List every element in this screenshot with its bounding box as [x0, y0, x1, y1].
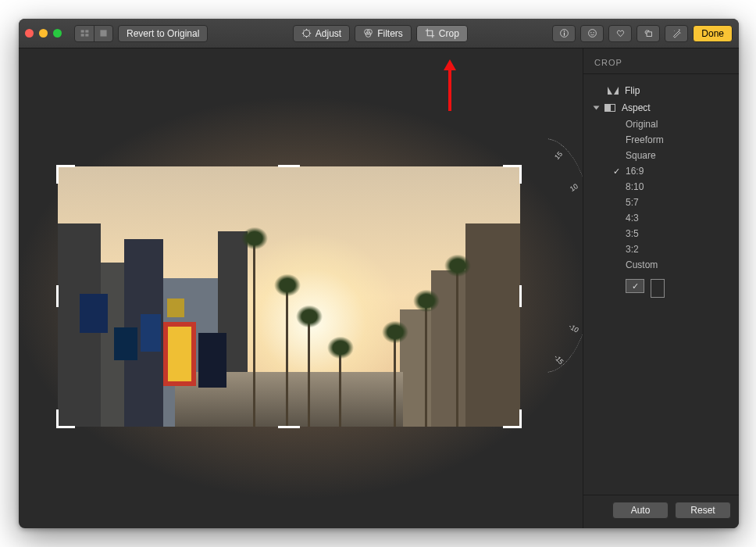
info-button[interactable]: [552, 25, 576, 42]
view-mode-thumbnail[interactable]: [75, 26, 94, 41]
close-window-button[interactable]: [25, 29, 34, 38]
orientation-landscape[interactable]: ✓: [626, 279, 644, 293]
aspect-option[interactable]: Square: [591, 148, 734, 163]
crop-frame[interactable]: [58, 166, 520, 427]
filters-tab[interactable]: Filters: [355, 25, 412, 42]
toolbar: Revert to Original Adjust Filters Crop: [19, 19, 739, 48]
crop-handle-bl[interactable]: [56, 409, 75, 428]
svg-rect-4: [100, 30, 106, 36]
aspect-option-label: 3:5: [626, 228, 639, 239]
crop-sidebar: CROP Flip Aspect OriginalFreeformSquare✓…: [583, 48, 739, 528]
svg-point-5: [303, 30, 309, 36]
view-mode-single[interactable]: [94, 26, 112, 41]
photos-edit-window: Revert to Original Adjust Filters Crop: [19, 19, 739, 528]
crop-handle-left[interactable]: [56, 285, 59, 307]
rotate-button[interactable]: [637, 25, 660, 42]
aspect-option-label: 5:7: [626, 197, 639, 208]
wand-icon: [672, 28, 682, 38]
aspect-option-label: Original: [626, 119, 658, 130]
aspect-option[interactable]: 3:2: [591, 241, 734, 257]
zoom-window-button[interactable]: [53, 29, 62, 38]
svg-point-14: [593, 32, 594, 33]
svg-point-10: [564, 30, 565, 31]
aspect-option[interactable]: Freeform: [591, 132, 734, 148]
aspect-option-label: Square: [626, 150, 656, 161]
aspect-row[interactable]: Aspect: [591, 99, 734, 116]
aspect-option[interactable]: Custom: [591, 257, 734, 273]
annotation-arrow: [440, 58, 459, 113]
aspect-icon: [604, 104, 615, 112]
minimize-window-button[interactable]: [39, 29, 48, 38]
reset-button[interactable]: Reset: [675, 502, 731, 519]
aspect-label: Aspect: [622, 102, 651, 113]
crop-handle-tl[interactable]: [56, 165, 75, 184]
aspect-option[interactable]: 5:7: [591, 195, 734, 210]
crop-handle-bottom[interactable]: [278, 426, 300, 428]
svg-point-12: [588, 30, 596, 38]
dial-arc: [494, 138, 583, 373]
svg-rect-1: [85, 30, 88, 32]
enhance-button[interactable]: [665, 25, 688, 42]
heart-icon: [615, 28, 626, 38]
adjust-icon: [301, 28, 312, 38]
aspect-option[interactable]: 4:3: [591, 210, 734, 226]
filters-tab-label: Filters: [377, 28, 403, 39]
svg-rect-0: [80, 30, 84, 32]
aspect-option[interactable]: 8:10: [591, 179, 734, 195]
aspect-option-label: Custom: [626, 259, 658, 270]
window-controls: [25, 29, 62, 38]
favorite-button[interactable]: [608, 25, 632, 42]
faces-button[interactable]: [580, 25, 604, 42]
aspect-option-label: 3:2: [626, 244, 639, 255]
flip-row[interactable]: Flip: [591, 82, 734, 99]
grid-icon: [80, 28, 90, 38]
svg-rect-15: [647, 32, 652, 37]
aspect-option-label: Freeform: [626, 134, 664, 145]
single-icon: [98, 28, 109, 38]
crop-icon: [425, 28, 435, 38]
crop-tab-label: Crop: [439, 28, 459, 39]
aspect-option[interactable]: ✓16:9: [591, 163, 734, 179]
orientation-portrait[interactable]: [651, 279, 665, 298]
adjust-tab[interactable]: Adjust: [293, 25, 350, 42]
check-icon: ✓: [613, 166, 620, 177]
crop-tab[interactable]: Crop: [416, 25, 468, 42]
canvas-area: 15 10 5 0 -5 -10 -15: [19, 48, 583, 528]
aspect-option-label: 16:9: [626, 166, 644, 177]
aspect-option-label: 8:10: [626, 181, 644, 192]
aspect-option[interactable]: Original: [591, 116, 734, 132]
disclosure-triangle-icon: [594, 106, 600, 110]
svg-rect-2: [80, 34, 84, 36]
svg-rect-3: [85, 34, 88, 36]
filters-icon: [363, 28, 373, 38]
revert-to-original-button[interactable]: Revert to Original: [118, 25, 208, 42]
auto-button[interactable]: Auto: [612, 502, 669, 519]
info-icon: [559, 28, 569, 38]
svg-point-13: [590, 32, 591, 33]
view-mode-segmented[interactable]: [74, 25, 113, 42]
face-icon: [587, 28, 597, 38]
svg-rect-11: [564, 33, 565, 36]
aspect-option[interactable]: 3:5: [591, 226, 734, 241]
flip-icon: [608, 87, 619, 95]
rotate-icon: [644, 28, 654, 38]
flip-label: Flip: [625, 85, 640, 96]
photo-preview: [58, 166, 520, 427]
crop-handle-br[interactable]: [503, 409, 522, 428]
sidebar-title: CROP: [583, 48, 739, 74]
straighten-dial[interactable]: 15 10 5 0 -5 -10 -15: [506, 138, 583, 373]
aspect-option-label: 4:3: [626, 213, 639, 223]
aspect-options-list: OriginalFreeformSquare✓16:98:105:74:33:5…: [591, 116, 734, 273]
done-button[interactable]: Done: [693, 25, 733, 42]
crop-handle-top[interactable]: [278, 165, 300, 167]
editor-body: 15 10 5 0 -5 -10 -15 CROP Flip: [19, 48, 739, 528]
adjust-tab-label: Adjust: [316, 28, 341, 39]
orientation-row: ✓: [591, 273, 734, 298]
